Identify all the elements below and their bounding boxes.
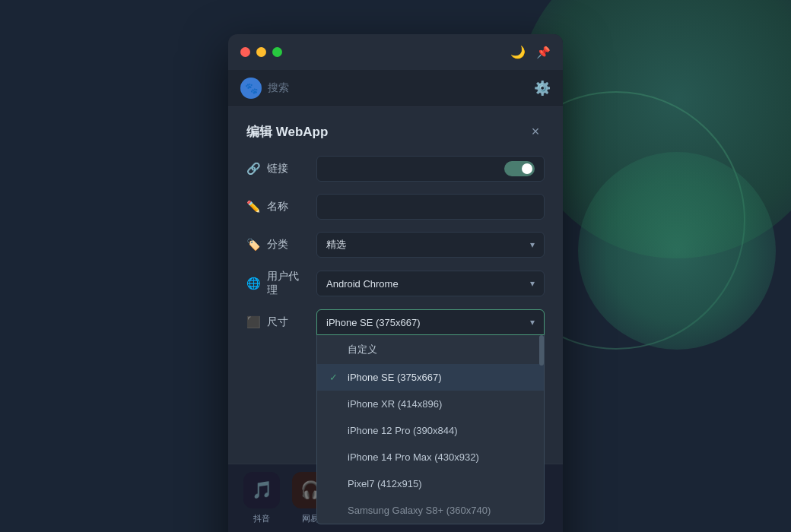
search-left: 🐾 搜索 bbox=[240, 78, 289, 99]
size-option-pixel7[interactable]: Pixel7 (412x915) bbox=[317, 470, 544, 497]
window-controls bbox=[240, 47, 282, 57]
size-option-custom-label: 自定义 bbox=[348, 343, 377, 356]
size-option-iphone-12-label: iPhone 12 Pro (390x844) bbox=[348, 425, 458, 436]
dialog-close-button[interactable]: × bbox=[526, 122, 545, 141]
name-field-row: ✏️ 名称 bbox=[246, 194, 545, 220]
size-label-text: 尺寸 bbox=[267, 315, 288, 329]
douyin-icon: 🎵 bbox=[243, 472, 280, 508]
app-icon-douyin[interactable]: 🎵 抖音 bbox=[243, 472, 280, 524]
size-option-iphone-se-label: iPhone SE (375x667) bbox=[348, 372, 442, 383]
name-label: ✏️ 名称 bbox=[246, 200, 307, 214]
category-label: 🏷️ 分类 bbox=[246, 238, 307, 252]
titlebar: 🌙 📌 bbox=[228, 34, 563, 70]
size-option-samsung[interactable]: Samsung Galaxy S8+ (360x740) bbox=[317, 497, 544, 524]
dialog-title: 编辑 WebApp bbox=[246, 123, 328, 141]
size-select[interactable]: iPhone SE (375x667) ▾ bbox=[316, 309, 545, 335]
edit-icon: ✏️ bbox=[246, 200, 261, 214]
dialog-header: 编辑 WebApp × bbox=[246, 122, 545, 141]
settings-icon[interactable]: ⚙️ bbox=[534, 80, 551, 97]
link-field-row: 🔗 链接 bbox=[246, 156, 545, 182]
scrollbar-thumb[interactable] bbox=[539, 335, 544, 366]
user-agent-select[interactable]: Android Chrome ▾ bbox=[316, 271, 545, 296]
size-option-iphone-xr-label: iPhone XR (414x896) bbox=[348, 398, 442, 410]
titlebar-actions: 🌙 📌 bbox=[510, 45, 551, 59]
bg-decoration-3 bbox=[578, 152, 776, 350]
search-input[interactable]: 搜索 bbox=[268, 81, 289, 95]
douyin-logo: 🎵 bbox=[252, 480, 272, 500]
user-agent-chevron-icon: ▾ bbox=[530, 278, 535, 289]
globe-icon: 🌐 bbox=[246, 277, 261, 290]
search-bar: 🐾 搜索 ⚙️ bbox=[228, 70, 563, 107]
size-option-iphone-xr[interactable]: iPhone XR (414x896) bbox=[317, 391, 544, 417]
user-agent-field-row: 🌐 用户代理 Android Chrome ▾ bbox=[246, 270, 545, 297]
user-agent-label-text: 用户代理 bbox=[267, 270, 307, 297]
size-field-row: ⬛ 尺寸 iPhone SE (375x667) ▾ 自定义 bbox=[246, 309, 545, 335]
size-dropdown-menu: 自定义 ✓ iPhone SE (375x667) iPhone XR (414… bbox=[316, 335, 545, 524]
minimize-window-button[interactable] bbox=[256, 47, 266, 57]
size-option-iphone-14[interactable]: iPhone 14 Pro Max (430x932) bbox=[317, 444, 544, 470]
size-chevron-icon: ▾ bbox=[530, 317, 535, 328]
dropdown-wrapper: 自定义 ✓ iPhone SE (375x667) iPhone XR (414… bbox=[317, 335, 544, 524]
moon-icon[interactable]: 🌙 bbox=[510, 45, 526, 59]
size-label: ⬛ 尺寸 bbox=[246, 315, 307, 329]
user-agent-label: 🌐 用户代理 bbox=[246, 270, 307, 297]
check-icon: ✓ bbox=[329, 372, 341, 383]
size-icon: ⬛ bbox=[246, 315, 261, 329]
size-select-value: iPhone SE (375x667) bbox=[326, 317, 421, 328]
link-input[interactable] bbox=[316, 156, 545, 182]
close-window-button[interactable] bbox=[240, 47, 250, 57]
tag-icon: 🏷️ bbox=[246, 238, 261, 252]
size-option-iphone-14-label: iPhone 14 Pro Max (430x932) bbox=[348, 451, 479, 463]
category-select[interactable]: 精选 ▾ bbox=[316, 232, 545, 258]
link-icon: 🔗 bbox=[246, 162, 261, 176]
category-label-text: 分类 bbox=[267, 238, 288, 252]
paw-icon: 🐾 bbox=[245, 82, 258, 94]
link-toggle[interactable] bbox=[504, 161, 535, 176]
size-option-custom[interactable]: 自定义 bbox=[317, 335, 544, 364]
douyin-label: 抖音 bbox=[253, 513, 270, 524]
link-label-text: 链接 bbox=[267, 162, 288, 176]
name-input[interactable] bbox=[316, 194, 545, 220]
app-window: 🌙 📌 🐾 搜索 ⚙️ 编辑 WebApp × 🔗 链接 bbox=[228, 34, 563, 532]
app-logo-icon: 🐾 bbox=[240, 78, 262, 99]
size-option-samsung-label: Samsung Galaxy S8+ (360x740) bbox=[348, 505, 491, 516]
category-field-row: 🏷️ 分类 精选 ▾ bbox=[246, 232, 545, 258]
pin-icon[interactable]: 📌 bbox=[536, 46, 551, 59]
category-select-value: 精选 bbox=[326, 238, 346, 252]
category-chevron-icon: ▾ bbox=[530, 239, 535, 250]
name-label-text: 名称 bbox=[267, 200, 288, 214]
link-label: 🔗 链接 bbox=[246, 162, 307, 176]
size-option-pixel7-label: Pixel7 (412x915) bbox=[348, 478, 422, 489]
user-agent-select-value: Android Chrome bbox=[326, 278, 399, 290]
size-option-iphone-12[interactable]: iPhone 12 Pro (390x844) bbox=[317, 417, 544, 444]
size-option-iphone-se[interactable]: ✓ iPhone SE (375x667) bbox=[317, 364, 544, 391]
maximize-window-button[interactable] bbox=[272, 47, 282, 57]
